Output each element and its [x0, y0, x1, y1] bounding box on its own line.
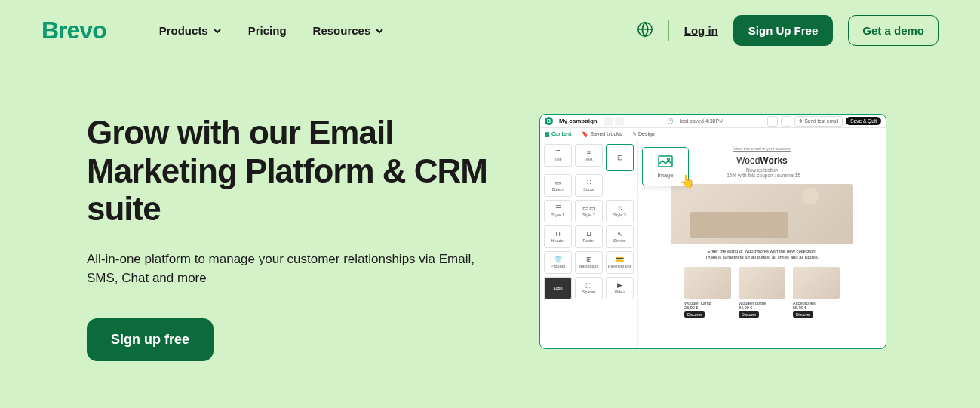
divider	[668, 20, 669, 41]
block-video: ▶Video	[606, 277, 634, 299]
save-quit-button: Save & Quit	[846, 117, 881, 125]
hero-illustration: B My campaign 🕐 last saved 4:30PM ✈ Send…	[539, 114, 886, 361]
product-card: Wooden Lamp23,00 €Discover	[684, 267, 731, 318]
undo-redo-icons	[604, 117, 624, 126]
discover-button: Discover	[793, 311, 813, 318]
tab-content: ▦ Content	[545, 131, 571, 137]
hero-subtitle: All-in-one platform to manage your custo…	[87, 250, 479, 288]
block-text: ≡Text	[575, 144, 603, 167]
product-grid: Wooden Lamp23,00 €Discover Wooden platte…	[684, 267, 840, 318]
product-card: Wooden platter84,00 €Discover	[739, 267, 785, 318]
email-subhead: New collection	[746, 167, 778, 173]
nav-pricing-label: Pricing	[248, 24, 287, 37]
app-screenshot: B My campaign 🕐 last saved 4:30PM ✈ Send…	[539, 114, 886, 349]
product-card: Accessories55,00 €Discover	[793, 267, 840, 318]
device-icon	[767, 116, 778, 127]
nav-resources-label: Resources	[313, 24, 371, 37]
nav-resources[interactable]: Resources	[313, 24, 385, 37]
hero-section: Grow with our Email Marketing Platform &…	[0, 61, 980, 361]
clock-icon: 🕐	[667, 118, 674, 124]
product-image	[684, 267, 731, 299]
login-link[interactable]: Log in	[684, 24, 718, 37]
hero-cta-button[interactable]: Sign up free	[87, 318, 214, 361]
site-header: Brevo Products Pricing Resources Log in …	[0, 0, 980, 61]
block-button: ▭Button	[544, 174, 572, 197]
email-coupon: - 15% with this coupon : summer15	[723, 173, 800, 178]
image-icon	[658, 155, 673, 169]
block-product: 👕Product	[544, 251, 572, 274]
svg-rect-1	[659, 156, 672, 167]
discover-button: Discover	[684, 311, 705, 318]
tab-saved-blocks: 🔖 Saved blocks	[582, 131, 622, 137]
app-tabs: ▦ Content 🔖 Saved blocks ✎ Design	[540, 128, 886, 140]
block-title: TTitle	[544, 144, 572, 167]
hero-copy: Grow with our Email Marketing Platform &…	[87, 114, 509, 361]
email-description: Enter the world of WoodWorks with the ne…	[705, 249, 819, 261]
globe-icon[interactable]	[637, 21, 653, 41]
product-image	[793, 267, 840, 299]
nav-products-label: Products	[159, 24, 208, 37]
chevron-down-icon	[375, 26, 384, 35]
block-social: ∷Social	[575, 174, 603, 197]
send-test-button: ✈ Send test email	[794, 116, 843, 127]
get-demo-button[interactable]: Get a demo	[848, 15, 939, 46]
app-actions: ✈ Send test email Save & Quit	[767, 116, 881, 127]
hero-image	[671, 184, 853, 244]
main-nav: Products Pricing Resources	[159, 24, 385, 37]
nav-pricing[interactable]: Pricing	[248, 24, 287, 37]
last-saved: last saved 4:30PM	[680, 118, 723, 124]
email-brand: WoodWorks	[736, 155, 788, 166]
hero-title: Grow with our Email Marketing Platform &…	[87, 114, 509, 229]
view-in-browser: View this email in your browser	[733, 146, 791, 151]
app-brand-icon: B	[545, 117, 553, 125]
block-footer: ⊔Footer	[575, 225, 603, 248]
pointer-cursor-icon: 👆	[680, 174, 695, 189]
block-palette: TTitle ≡Text ⊡ ▭Button ∷Social ☰Style 1 …	[540, 140, 638, 348]
block-style3: ⁙Style 3	[606, 200, 634, 222]
discover-button: Discover	[739, 311, 759, 318]
app-body: TTitle ≡Text ⊡ ▭Button ∷Social ☰Style 1 …	[540, 140, 886, 348]
product-image	[739, 267, 785, 299]
block-similar: ∿Similar	[606, 225, 634, 248]
chevron-down-icon	[213, 26, 222, 35]
block-header: ⊓Header	[544, 225, 572, 248]
brevo-logo[interactable]: Brevo	[41, 17, 106, 44]
block-style2: ▭▭Style 2	[575, 200, 603, 222]
header-actions: Log in Sign Up Free Get a demo	[637, 15, 939, 46]
question-icon	[781, 116, 791, 127]
signup-button[interactable]: Sign Up Free	[733, 15, 834, 46]
block-payment: 💳Payment link	[606, 251, 634, 274]
tab-design: ✎ Design	[632, 131, 655, 137]
block-style1: ☰Style 1	[544, 200, 572, 222]
nav-products[interactable]: Products	[159, 24, 222, 37]
block-spacer: ⬚Spacer	[575, 277, 603, 299]
app-titlebar: B My campaign 🕐 last saved 4:30PM ✈ Send…	[540, 115, 886, 128]
block-image: ⊡	[606, 144, 634, 171]
block-navigation: ⊞Navigation	[575, 251, 603, 274]
svg-point-2	[668, 158, 670, 160]
block-logo: Logo	[544, 277, 572, 299]
app-title: My campaign	[559, 118, 598, 124]
